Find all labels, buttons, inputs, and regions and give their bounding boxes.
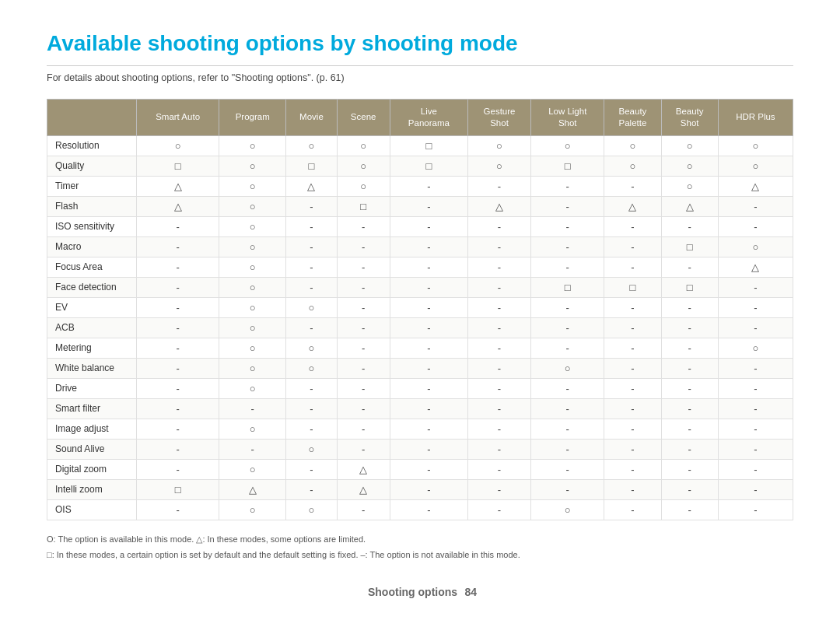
row-label-2: Timer [47,176,137,196]
row-label-9: ACB [47,317,137,338]
cell-9-9: - [718,317,793,338]
row-label-17: Intelli zoom [47,479,137,499]
cell-8-7: - [604,297,661,317]
cell-6-6: - [531,257,604,277]
cell-0-0: ○ [137,135,219,156]
footer-notes: O: The option is available in this mode.… [47,532,793,563]
cell-15-5: - [467,439,530,459]
table-row: Resolution○○○○□○○○○○ [47,135,793,156]
table-row: Intelli zoom□△-△------ [47,479,793,499]
cell-17-1: △ [219,479,286,499]
cell-8-1: ○ [219,297,286,317]
cell-2-6: - [531,176,604,196]
page-footer: Shooting options 84 [47,586,793,598]
cell-5-2: - [286,236,337,257]
cell-14-2: - [286,419,337,439]
cell-9-7: - [604,317,661,338]
cell-10-5: - [467,338,530,358]
cell-4-3: - [337,216,390,236]
cell-8-2: ○ [286,297,337,317]
cell-6-8: - [661,257,718,277]
col-header-low_light_shot: Low LightShot [531,100,604,136]
cell-18-2: ○ [286,499,337,520]
cell-17-9: - [718,479,793,499]
cell-3-5: △ [467,196,530,216]
cell-2-4: - [390,176,467,196]
cell-1-3: ○ [337,156,390,176]
cell-14-8: - [661,419,718,439]
cell-5-6: - [531,236,604,257]
cell-16-6: - [531,459,604,479]
row-label-10: Metering [47,338,137,358]
cell-16-5: - [467,459,530,479]
cell-11-2: ○ [286,358,337,378]
footer-note: □: In these modes, a certain option is s… [47,548,793,563]
cell-9-2: - [286,317,337,338]
cell-13-0: - [137,398,219,419]
cell-7-4: - [390,277,467,297]
cell-1-0: □ [137,156,219,176]
cell-13-6: - [531,398,604,419]
cell-10-9: ○ [718,338,793,358]
cell-6-0: - [137,257,219,277]
cell-8-5: - [467,297,530,317]
cell-15-2: ○ [286,439,337,459]
cell-4-8: - [661,216,718,236]
cell-0-9: ○ [718,135,793,156]
col-header-program: Program [219,100,286,136]
page-title: Available shooting options by shooting m… [47,31,793,66]
cell-15-4: - [390,439,467,459]
table-row: OIS-○○---○--- [47,499,793,520]
row-label-16: Digital zoom [47,459,137,479]
cell-15-9: - [718,439,793,459]
cell-12-1: ○ [219,378,286,398]
cell-10-7: - [604,338,661,358]
col-header-live_panorama: LivePanorama [390,100,467,136]
cell-5-1: ○ [219,236,286,257]
cell-1-9: ○ [718,156,793,176]
table-row: Quality□○□○□○□○○○ [47,156,793,176]
cell-5-5: - [467,236,530,257]
cell-18-3: - [337,499,390,520]
cell-11-1: ○ [219,358,286,378]
cell-5-8: □ [661,236,718,257]
row-label-14: Image adjust [47,419,137,439]
cell-18-7: - [604,499,661,520]
cell-4-5: - [467,216,530,236]
footer-note: O: The option is available in this mode.… [47,532,793,548]
cell-13-9: - [718,398,793,419]
cell-8-3: - [337,297,390,317]
cell-18-9: - [718,499,793,520]
cell-3-8: △ [661,196,718,216]
cell-7-7: □ [604,277,661,297]
cell-17-2: - [286,479,337,499]
cell-16-3: △ [337,459,390,479]
cell-2-8: ○ [661,176,718,196]
row-label-1: Quality [47,156,137,176]
cell-10-8: - [661,338,718,358]
row-label-8: EV [47,297,137,317]
cell-1-1: ○ [219,156,286,176]
cell-10-6: - [531,338,604,358]
cell-9-1: ○ [219,317,286,338]
cell-15-6: - [531,439,604,459]
cell-12-7: - [604,378,661,398]
cell-7-6: □ [531,277,604,297]
table-row: Smart filter---------- [47,398,793,419]
cell-3-0: △ [137,196,219,216]
cell-16-0: - [137,459,219,479]
cell-17-4: - [390,479,467,499]
cell-3-4: - [390,196,467,216]
cell-14-6: - [531,419,604,439]
cell-9-4: - [390,317,467,338]
cell-12-4: - [390,378,467,398]
cell-0-8: ○ [661,135,718,156]
cell-17-8: - [661,479,718,499]
cell-9-8: - [661,317,718,338]
table-row: Image adjust-○-------- [47,419,793,439]
cell-14-4: - [390,419,467,439]
cell-11-3: - [337,358,390,378]
cell-0-6: ○ [531,135,604,156]
table-row: Flash△○-□-△-△△- [47,196,793,216]
cell-11-0: - [137,358,219,378]
